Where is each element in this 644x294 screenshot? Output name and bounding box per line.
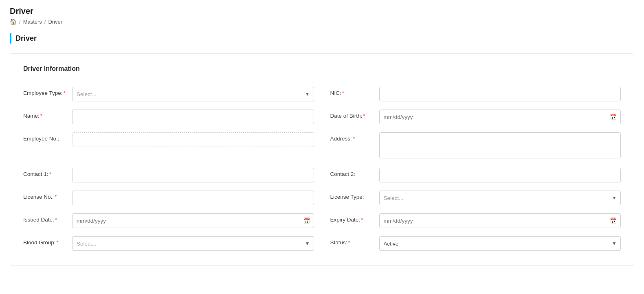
breadcrumb: 🏠 / Masters / Driver (10, 18, 634, 25)
contact1-input-wrapper (72, 168, 314, 182)
nic-field: NIC:* (330, 87, 621, 101)
issued-date-input-wrapper: 📅 (72, 213, 314, 228)
dob-label: Date of Birth:* (330, 110, 375, 119)
contact1-input[interactable] (72, 168, 314, 182)
driver-info-card: Driver Information Employee Type:* Selec… (10, 53, 634, 266)
license-no-input[interactable] (72, 191, 314, 205)
name-field: Name:* (23, 110, 314, 124)
status-field: Status:* Active Inactive ▼ (330, 236, 621, 251)
dob-input-wrapper: 📅 (379, 110, 621, 124)
license-no-label: License No.:* (23, 191, 68, 200)
address-input[interactable] (379, 132, 621, 158)
address-input-wrapper (379, 132, 621, 160)
breadcrumb-driver: Driver (48, 19, 62, 25)
section-bar (10, 33, 11, 44)
blood-group-field: Blood Group:* Select... ▼ (23, 236, 314, 251)
dob-field: Date of Birth:* 📅 (330, 110, 621, 124)
employee-no-field: Employee No.: (23, 132, 314, 160)
issued-date-field: Issued Date:* 📅 (23, 213, 314, 228)
contact1-label: Contact 1:* (23, 168, 68, 177)
license-type-select[interactable]: Select... (379, 191, 621, 205)
breadcrumb-masters[interactable]: Masters (23, 19, 42, 25)
employee-type-field: Employee Type:* Select... ▼ (23, 87, 314, 101)
section-header: Driver (10, 33, 634, 44)
address-label: Address:* (330, 132, 375, 142)
issued-date-label: Issued Date:* (23, 213, 68, 223)
employee-no-label: Employee No.: (23, 132, 68, 142)
card-title: Driver Information (23, 65, 621, 72)
name-label: Name:* (23, 110, 68, 119)
contact2-field: Contact 2: (330, 168, 621, 182)
page-wrapper: Driver 🏠 / Masters / Driver Driver Drive… (0, 0, 644, 294)
status-select-wrapper: Active Inactive ▼ (379, 236, 621, 251)
page-title: Driver (10, 7, 634, 16)
license-no-field: License No.:* (23, 191, 314, 205)
employee-no-input[interactable] (72, 132, 314, 147)
breadcrumb-separator-1: / (19, 19, 21, 25)
status-label: Status:* (330, 236, 375, 246)
nic-input-wrapper (379, 87, 621, 101)
contact2-input[interactable] (379, 168, 621, 182)
license-type-label: License Type: (330, 191, 375, 200)
license-type-select-wrapper: Select... ▼ (379, 191, 621, 205)
expiry-date-label: Expiry Date:* (330, 213, 375, 223)
name-input-wrapper (72, 110, 314, 124)
status-select[interactable]: Active Inactive (379, 236, 621, 251)
license-no-input-wrapper (72, 191, 314, 205)
expiry-date-input[interactable] (379, 213, 621, 228)
expiry-date-input-wrapper: 📅 (379, 213, 621, 228)
breadcrumb-separator-2: / (44, 19, 46, 25)
card-divider (23, 75, 621, 75)
employee-type-select[interactable]: Select... (72, 87, 314, 101)
blood-group-select[interactable]: Select... (72, 236, 314, 251)
blood-group-select-wrapper: Select... ▼ (72, 236, 314, 251)
license-type-field: License Type: Select... ▼ (330, 191, 621, 205)
form-grid: Employee Type:* Select... ▼ NIC:* (23, 87, 621, 251)
contact2-input-wrapper (379, 168, 621, 182)
blood-group-label: Blood Group:* (23, 236, 68, 246)
home-icon[interactable]: 🏠 (10, 18, 17, 25)
nic-input[interactable] (379, 87, 621, 101)
address-field: Address:* (330, 132, 621, 160)
contact1-field: Contact 1:* (23, 168, 314, 182)
employee-type-select-wrapper: Select... ▼ (72, 87, 314, 101)
section-title: Driver (15, 34, 37, 43)
employee-no-input-wrapper (72, 132, 314, 147)
name-input[interactable] (72, 110, 314, 124)
expiry-date-field: Expiry Date:* 📅 (330, 213, 621, 228)
employee-type-label: Employee Type:* (23, 87, 68, 96)
contact2-label: Contact 2: (330, 168, 375, 177)
nic-label: NIC:* (330, 87, 375, 96)
issued-date-input[interactable] (72, 213, 314, 228)
dob-input[interactable] (379, 110, 621, 124)
